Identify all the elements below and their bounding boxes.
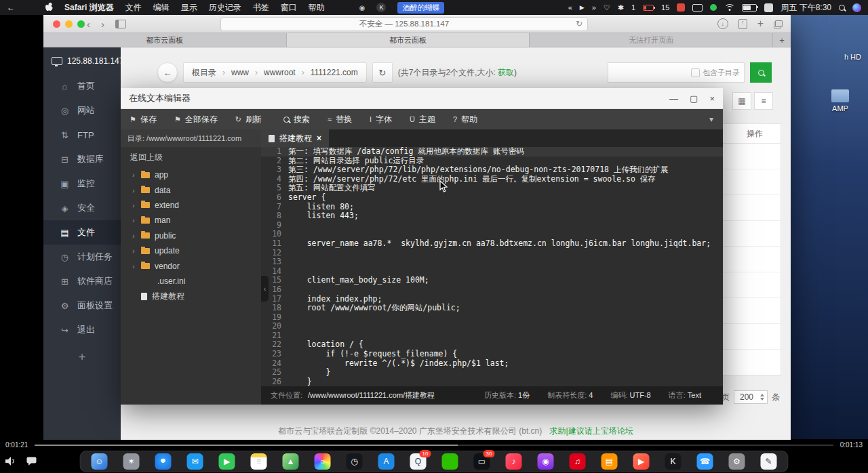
menu-item[interactable]: 显示 [181, 2, 197, 14]
code-line[interactable]: 22 location / { [261, 340, 723, 350]
dock-app-icon[interactable]: Q 10 [410, 453, 427, 470]
comment-icon[interactable] [26, 456, 37, 468]
dock-app-icon[interactable]: ☎ [697, 453, 713, 470]
downloads-icon[interactable]: ↓ [717, 18, 728, 29]
code-line[interactable]: 18 root /www/wwwroot/你的网站/public; [261, 304, 723, 313]
menu-item[interactable]: 编辑 [153, 2, 170, 14]
sidebar-item[interactable]: ◈ 安全 [43, 196, 121, 220]
dock-app-icon[interactable]: ◉ [538, 453, 554, 470]
code-line[interactable]: 10 [261, 230, 723, 239]
sidebar-item[interactable]: ↪ 退出 [43, 318, 121, 342]
editor-toolbar-button[interactable]: Ü 主题 [401, 109, 444, 129]
code-line[interactable]: 2 第二: 网站目录选择 public运行目录 [261, 157, 723, 166]
sidebar-item[interactable]: ◷ 计划任务 [43, 245, 121, 269]
minimize-editor-icon[interactable]: — [669, 94, 678, 104]
editor-toolbar-button[interactable]: ? 帮助 [444, 109, 486, 129]
tree-item[interactable]: › update [121, 243, 261, 258]
code-line[interactable]: 6 server { [261, 193, 723, 203]
new-tab-icon[interactable]: + [757, 18, 764, 30]
spotlight-search-icon[interactable] [839, 5, 845, 11]
add-server-button[interactable]: + [43, 342, 121, 365]
dock-app-icon[interactable]: ▶ [633, 453, 650, 470]
history-count[interactable]: 1份 [518, 391, 530, 399]
browser-forward-button[interactable]: › [101, 18, 104, 30]
dock-app-icon[interactable]: ⚙ [729, 453, 745, 470]
breadcrumb-item[interactable]: wwwroot [264, 68, 304, 77]
list-view-button[interactable]: ≡ [754, 92, 773, 110]
server-entry[interactable]: 125.88.181.147 0 [43, 47, 121, 74]
scrubber-track[interactable] [35, 445, 833, 446]
code-line[interactable]: 14 [261, 267, 723, 276]
sidebar-item[interactable]: ⊞ 软件商店 [43, 269, 121, 293]
code-line[interactable]: 9 [261, 221, 723, 230]
dock-app-icon[interactable] [442, 453, 458, 470]
code-line[interactable]: 20 [261, 322, 723, 331]
share-icon[interactable]: ↑ [738, 19, 747, 29]
dock-app-icon[interactable]: ≡ [251, 453, 267, 470]
code-line[interactable]: 23 if (!-e $request_filename) { [261, 350, 723, 359]
sidebar-item[interactable]: ⊟ 数据库 [43, 147, 121, 171]
editor-toolbar-button[interactable]: I 字体 [361, 109, 401, 129]
sidebar-item[interactable]: ◎ 网站 [43, 98, 121, 123]
browser-tab[interactable]: 都市云面板 [287, 33, 530, 47]
dir-back-button[interactable]: ← [157, 62, 178, 83]
volume-icon[interactable] [5, 456, 17, 468]
tab-overview-icon[interactable] [774, 20, 783, 28]
sidebar-item[interactable]: ▤ 文件 [43, 220, 121, 245]
breadcrumb-item[interactable]: 根目录 [192, 67, 225, 79]
code-line[interactable]: 11 server_name aa78.* skylhd.gyjzm.cn aa… [261, 239, 723, 249]
tree-item[interactable]: › vendor [121, 258, 261, 273]
green-app-menubar-icon[interactable] [710, 4, 717, 11]
editor-toolbar-button[interactable]: ⚑ 保存 [121, 109, 165, 129]
code-line[interactable]: 21 [261, 331, 723, 341]
dock-app-icon[interactable]: ☺ [92, 453, 108, 470]
menu-item[interactable]: 文件 [125, 2, 142, 14]
dock-app-icon[interactable]: ▲ [283, 453, 299, 470]
dock-app-icon[interactable]: ▭ 30 [474, 453, 490, 470]
red-app-menubar-icon[interactable] [677, 3, 685, 12]
code-line[interactable]: 1 第一: 填写数据库 /data/config 就用他原本的数据库 账号密码 [261, 147, 723, 157]
encoding[interactable]: UTF-8 [630, 391, 651, 399]
menubar-clock[interactable]: 周五 下午8:30 [781, 2, 831, 14]
code-line[interactable]: 17 index index.php; [261, 295, 723, 304]
media-play-icon[interactable]: ▶ [580, 4, 585, 11]
player-back-icon[interactable]: ← [7, 3, 15, 12]
tree-item[interactable]: › app [121, 167, 261, 182]
subdir-checkbox-wrap[interactable]: 包含子目录 [691, 68, 744, 78]
dock-app-icon[interactable]: ◷ [347, 453, 363, 470]
code-line[interactable]: 24 rewrite ^/(.*)$ /index.php/$1 last; [261, 359, 723, 369]
wifi-icon[interactable] [724, 4, 734, 12]
now-playing-song[interactable]: 酒醉的蝴蝶 [397, 2, 444, 14]
dock-app-icon[interactable]: ♫ [570, 453, 586, 470]
menu-item[interactable]: 帮助 [309, 2, 325, 14]
code-line[interactable]: 26 } [261, 377, 723, 386]
battery-icon[interactable] [742, 4, 757, 12]
code-line[interactable]: 5 第五: 网站配置文件填写 [261, 184, 723, 193]
refresh-dir-button[interactable]: ↻ [372, 62, 393, 83]
reload-icon[interactable]: ↻ [576, 19, 583, 28]
browser-tab[interactable]: 都市云面板 [43, 33, 287, 47]
sidebar-item[interactable]: ⌂ 首页 [43, 74, 121, 98]
menu-item[interactable]: 历史记录 [209, 2, 241, 14]
menu-item[interactable]: 窗口 [281, 2, 297, 14]
editor-toolbar-button[interactable]: 搜索 [271, 109, 319, 129]
tab-size[interactable]: 4 [589, 391, 593, 399]
search-input[interactable] [608, 63, 691, 82]
desktop-folder-icon[interactable]: AMP [831, 89, 849, 112]
dock-app-icon[interactable]: ✉ [187, 453, 203, 470]
apple-menu-icon[interactable] [45, 2, 53, 13]
tree-item[interactable]: 搭建教程 [121, 289, 261, 304]
editor-toolbar-button[interactable]: ⚑ 全部保存 [165, 109, 226, 129]
dock-app-icon[interactable]: ○ [315, 453, 331, 470]
siri-icon[interactable] [852, 3, 861, 12]
active-app-name[interactable]: Safari 浏览器 [64, 2, 114, 14]
dock-app-icon[interactable]: ✎ [761, 453, 777, 470]
dock-app-icon[interactable]: ▤ [601, 453, 618, 470]
tree-item[interactable]: › public [121, 228, 261, 243]
media-previous-icon[interactable]: « [568, 3, 572, 12]
display-menubar-icon[interactable] [692, 4, 703, 12]
code-line[interactable]: 3 第三: /www/server/php/72/lib/php/extensi… [261, 165, 723, 175]
media-next-icon[interactable]: » [592, 3, 596, 12]
code-line[interactable]: 4 第四: /www/server/php/72/etc 里面的php.ini … [261, 175, 723, 184]
sidebar-item[interactable]: ⚙ 面板设置 [43, 293, 121, 318]
